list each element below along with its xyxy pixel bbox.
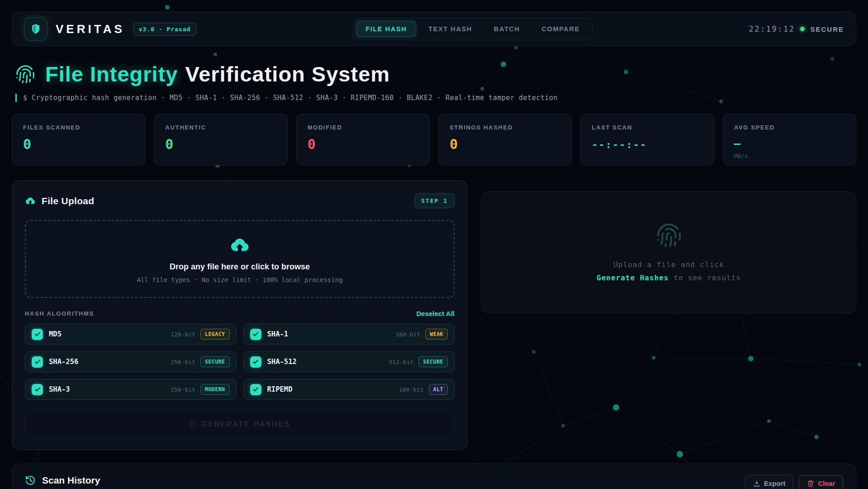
stat-value: 0 (23, 136, 134, 152)
stat-label: STRINGS HASHED (450, 124, 560, 131)
trash-icon (807, 480, 814, 487)
stat-card-strings-hashed: STRINGS HASHED0 (438, 114, 572, 165)
algorithm-name: MD5 (49, 330, 62, 338)
results-placeholder-line1: Upload a file and click (613, 260, 724, 269)
algorithm-row-sha-512[interactable]: SHA-512512-bitSECURE (243, 351, 455, 372)
stat-value: 0 (165, 136, 276, 152)
algorithm-row-sha-256[interactable]: SHA-256256-bitSECURE (25, 351, 237, 372)
check-icon (252, 386, 259, 393)
stat-card-avg-speed: AVG SPEED–MB/s (723, 114, 856, 165)
algorithm-badge: SECURE (418, 356, 448, 367)
algorithm-row-ripemd[interactable]: RIPEMD160-bitALT (243, 379, 455, 400)
algorithm-row-md5[interactable]: MD5128-bitLEGACY (25, 324, 237, 345)
algorithm-row-sha-1[interactable]: SHA-1160-bitWEAK (243, 324, 455, 345)
algorithm-bits: 160-bit (396, 331, 421, 338)
version-badge: v3.0 · Prasad (133, 23, 197, 36)
stat-value: --:--:-- (592, 139, 702, 150)
stat-label: LAST SCAN (592, 124, 702, 131)
stats-row: FILES SCANNED0AUTHENTIC0MODIFIED0STRINGS… (12, 114, 856, 165)
algorithm-bits: 512-bit (389, 359, 414, 365)
algorithms-grid: MD5128-bitLEGACYSHA-1160-bitWEAKSHA-2562… (25, 324, 455, 400)
status-dot-icon (800, 27, 805, 31)
checkbox-sha-256[interactable] (32, 356, 43, 368)
stat-label: AVG SPEED (734, 124, 845, 131)
brand-title: VERITAS (56, 22, 125, 36)
tab-text-hash[interactable]: TEXT HASH (418, 20, 482, 38)
dropzone-subtitle: All file types · No size limit · 100% lo… (137, 276, 342, 283)
scan-history-actions: Export Clear (745, 475, 843, 489)
export-button[interactable]: Export (745, 475, 794, 489)
deselect-all-link[interactable]: Deselect All (417, 310, 455, 317)
upload-panel-header: File Upload STEP 1 (25, 193, 455, 208)
app-logo (24, 17, 47, 41)
algorithm-bits: 128-bit (171, 331, 195, 338)
stat-card-last-scan: LAST SCAN--:--:-- (580, 114, 714, 165)
results-panel: Upload a file and click Generate Hashes … (481, 191, 856, 313)
algorithm-name: SHA-1 (267, 330, 289, 338)
algorithm-badge: MODERN (200, 384, 230, 395)
step-badge: STEP 1 (414, 193, 455, 208)
tab-compare[interactable]: COMPARE (532, 20, 590, 38)
results-placeholder-rest: to see results (669, 273, 741, 282)
algorithm-badge: LEGACY (200, 329, 230, 340)
algorithm-badge: WEAK (425, 329, 448, 340)
results-placeholder-accent: Generate Hashes (597, 273, 669, 282)
stat-value: 0 (450, 136, 560, 152)
cloud-upload-icon (229, 235, 250, 256)
generate-hashes-button[interactable]: GENERATE HASHES (25, 412, 455, 437)
page-title: File IntegrityVerification System (45, 62, 390, 86)
shield-icon (30, 23, 42, 35)
stat-card-files-scanned: FILES SCANNED0 (12, 114, 145, 165)
hero: File IntegrityVerification System $ Cryp… (15, 62, 853, 102)
algorithm-bits: 160-bit (399, 386, 424, 393)
page-title-rest: Verification System (185, 62, 390, 86)
top-bar: VERITAS v3.0 · Prasad FILE HASHTEXT HASH… (12, 12, 856, 46)
algorithm-bits: 256-bit (171, 386, 195, 393)
clear-button[interactable]: Clear (799, 475, 843, 489)
generate-hashes-label: GENERATE HASHES (201, 420, 290, 428)
algorithm-row-sha-3[interactable]: SHA-3256-bitMODERN (25, 379, 237, 400)
checkbox-sha-3[interactable] (32, 384, 43, 395)
history-icon (25, 475, 36, 486)
export-label: Export (764, 479, 786, 487)
scan-history-bar: Scan History Export Clear (12, 464, 856, 489)
checkbox-ripemd[interactable] (250, 384, 261, 395)
algorithms-label: HASH ALGORITHMS (25, 310, 94, 317)
algorithm-name: SHA-3 (49, 385, 70, 393)
stat-card-authentic: AUTHENTIC0 (154, 114, 287, 165)
calculator-icon (189, 421, 197, 428)
stat-value: 0 (308, 136, 418, 152)
check-icon (252, 359, 259, 365)
algorithm-name: SHA-256 (49, 358, 78, 366)
fingerprint-icon (15, 64, 35, 84)
algorithm-name: RIPEMD (267, 385, 293, 393)
algorithms-header: HASH ALGORITHMS Deselect All (25, 310, 455, 317)
clock: 22:19:12 (749, 24, 795, 34)
algorithm-bits: 256-bit (171, 359, 195, 365)
nav-tabs: FILE HASHTEXT HASHBATCHCOMPARE (353, 18, 592, 40)
checkbox-sha-512[interactable] (250, 356, 261, 368)
checkbox-sha-1[interactable] (250, 329, 261, 340)
tab-file-hash[interactable]: FILE HASH (356, 20, 417, 38)
algorithm-badge: SECURE (200, 356, 230, 367)
algorithm-name: SHA-512 (267, 358, 297, 366)
tab-batch[interactable]: BATCH (484, 20, 530, 38)
stat-card-modified: MODIFIED0 (296, 114, 430, 165)
status-group: 22:19:12 SECURE (749, 24, 844, 34)
algorithm-badge: ALT (429, 384, 448, 395)
scan-history-title: Scan History (42, 475, 100, 486)
stat-label: FILES SCANNED (23, 124, 134, 131)
page-title-accent: File Integrity (45, 62, 178, 86)
file-dropzone[interactable]: Drop any file here or click to browse Al… (25, 220, 455, 298)
stat-label: AUTHENTIC (165, 124, 276, 131)
cloud-upload-icon (25, 196, 36, 206)
stat-unit: MB/s (734, 153, 845, 159)
check-icon (34, 386, 41, 393)
stat-label: MODIFIED (308, 124, 418, 131)
checkbox-md5[interactable] (32, 329, 43, 340)
main-row: File Upload STEP 1 Drop any file here or… (12, 180, 856, 450)
check-icon (34, 359, 41, 365)
upload-panel-title: File Upload (42, 196, 94, 206)
clear-label: Clear (818, 479, 835, 487)
stat-value: – (734, 137, 845, 150)
